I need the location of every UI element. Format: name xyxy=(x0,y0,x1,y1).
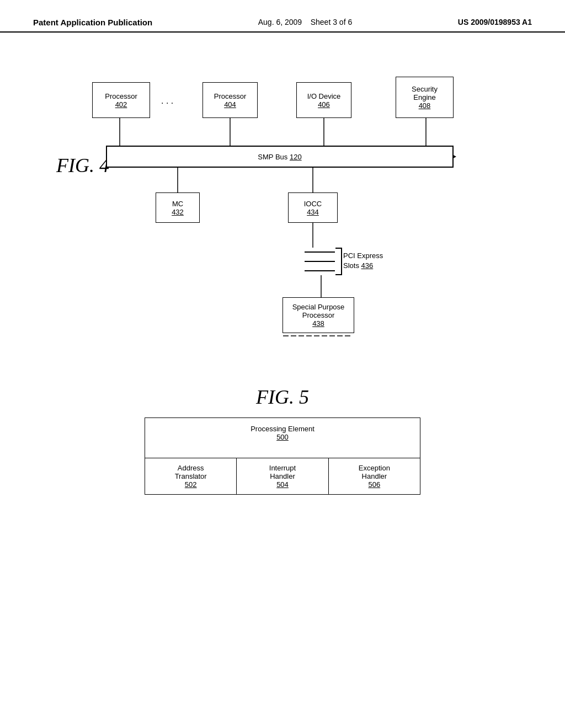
address-translator-label-2: Translator xyxy=(150,472,232,480)
interrupt-handler-ref: 504 xyxy=(241,480,323,489)
pci-express-brace xyxy=(335,248,342,275)
address-translator-502-box: Address Translator 502 xyxy=(145,458,237,494)
address-translator-label-1: Address xyxy=(150,464,232,472)
iocc-434-ref: 434 xyxy=(307,208,319,216)
iocc-434-box: IOCC 434 xyxy=(288,192,338,223)
address-translator-ref: 502 xyxy=(150,480,232,489)
io-device-406-label: I/O Device xyxy=(307,92,341,100)
spp-438-ref: 438 xyxy=(312,319,324,328)
security-engine-408-label-2: Engine xyxy=(413,93,435,101)
publication-title: Patent Application Publication xyxy=(33,18,152,27)
processor-402-box: Processor 402 xyxy=(92,82,150,118)
processor-402-label: Processor xyxy=(105,92,137,100)
patent-number: US 2009/0198953 A1 xyxy=(458,18,532,26)
io-device-406-ref: 406 xyxy=(318,100,330,109)
page-header: Patent Application Publication Aug. 6, 2… xyxy=(0,0,565,33)
exception-handler-label-2: Handler xyxy=(333,472,415,480)
fig4-diagram: FIG. 4 Processor 402 . . . Processor 404… xyxy=(45,66,520,341)
pci-express-slots-visual xyxy=(305,248,335,275)
iocc-434-label: IOCC xyxy=(304,200,322,208)
smp-bus-box: SMP Bus 120 xyxy=(106,146,454,168)
processor-404-box: Processor 404 xyxy=(202,82,258,118)
mc-432-ref: 432 xyxy=(172,208,184,216)
processing-element-500-box: Processing Element 500 Address Translato… xyxy=(145,417,420,495)
interrupt-handler-504-box: Interrupt Handler 504 xyxy=(237,458,328,494)
mc-432-label: MC xyxy=(172,200,183,208)
fig5-inner-boxes-row: Address Translator 502 Interrupt Handler… xyxy=(145,458,420,494)
ellipsis: . . . xyxy=(161,96,173,106)
exception-handler-506-box: Exception Handler 506 xyxy=(329,458,420,494)
security-engine-408-ref: 408 xyxy=(419,101,431,110)
exception-handler-ref: 506 xyxy=(333,480,415,489)
spp-hatching xyxy=(283,333,354,339)
processing-element-500-title: Processing Element 500 xyxy=(145,418,420,458)
publication-date-sheet: Aug. 6, 2009 Sheet 3 of 6 xyxy=(258,18,352,26)
pci-express-ref: 436 xyxy=(361,261,374,270)
processor-404-label: Processor xyxy=(214,92,247,100)
smp-bus-label: SMP Bus xyxy=(258,153,290,161)
fig4-label: FIG. 4 xyxy=(56,154,109,177)
fig5-diagram: FIG. 5 Processing Element 500 Address Tr… xyxy=(145,386,420,495)
processor-404-ref: 404 xyxy=(224,100,236,109)
processing-element-ref: 500 xyxy=(150,433,415,441)
processor-402-ref: 402 xyxy=(115,100,127,109)
fig5-label: FIG. 5 xyxy=(145,386,420,409)
processing-element-label: Processing Element xyxy=(150,425,415,433)
exception-handler-label-1: Exception xyxy=(333,464,415,472)
sheet-info: Sheet 3 of 6 xyxy=(311,18,353,26)
smp-bus-ref: 120 xyxy=(290,153,302,161)
interrupt-handler-label-1: Interrupt xyxy=(241,464,323,472)
security-engine-408-box: Security Engine 408 xyxy=(396,77,454,118)
publication-date: Aug. 6, 2009 xyxy=(258,18,302,26)
mc-432-box: MC 432 xyxy=(156,192,200,223)
pci-express-label: PCI ExpressSlots 436 xyxy=(343,251,383,271)
io-device-406-box: I/O Device 406 xyxy=(296,82,351,118)
spp-438-label-1: Special Purpose xyxy=(292,303,345,311)
interrupt-handler-label-2: Handler xyxy=(241,472,323,480)
spp-438-label-2: Processor xyxy=(302,311,335,319)
spp-438-box: Special Purpose Processor 438 xyxy=(282,297,354,333)
security-engine-408-label-1: Security xyxy=(412,85,438,93)
